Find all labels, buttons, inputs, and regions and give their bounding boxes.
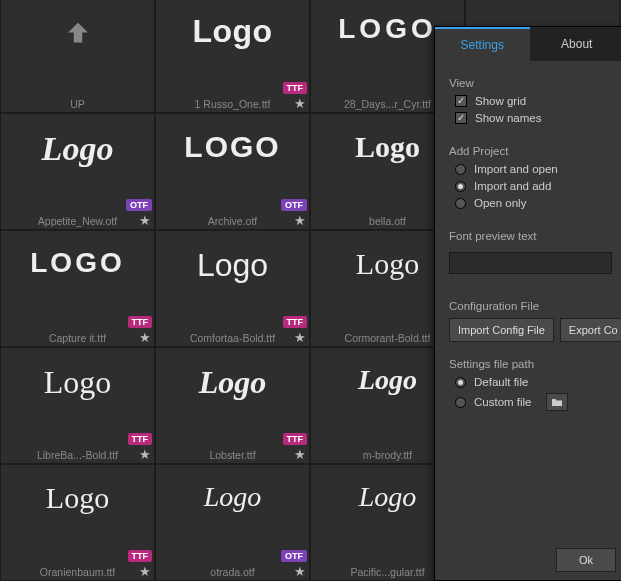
font-preview: LOGO (1, 247, 154, 279)
radio-default-file[interactable]: Default file (455, 376, 612, 388)
font-preview: Logo (156, 247, 309, 284)
tab-about[interactable]: About (530, 27, 622, 61)
ext-badge: TTF (283, 82, 308, 94)
font-preview: Logo (1, 130, 154, 168)
ext-badge: TTF (283, 316, 308, 328)
radio-label: Open only (474, 197, 526, 209)
star-icon[interactable]: ★ (139, 330, 151, 345)
browse-button[interactable] (546, 393, 568, 411)
star-icon[interactable]: ★ (294, 96, 306, 111)
filename-label: 28_Days...r_Cyr.ttf (344, 98, 431, 110)
filename-label: Lobster.ttf (209, 449, 255, 461)
settings-panel: Settings About View ✓ Show grid ✓ Show n… (434, 26, 621, 581)
config-file-label: Configuration File (449, 300, 612, 312)
radio-icon (455, 397, 466, 408)
filename-label: Capture it.ttf (49, 332, 106, 344)
font-preview: Logo (156, 481, 309, 513)
filename-label: Appetite_New.otf (38, 215, 117, 227)
font-cell[interactable]: LogoTTFLibreBa...-Bold.ttf★ (0, 347, 155, 464)
check-icon: ✓ (455, 95, 467, 107)
radio-label: Custom file (474, 396, 532, 408)
radio-label: Default file (474, 376, 528, 388)
radio-label: Import and open (474, 163, 558, 175)
ok-button[interactable]: Ok (556, 548, 616, 572)
settings-path-label: Settings file path (449, 358, 612, 370)
cell-label: UP (70, 98, 85, 110)
ext-badge: TTF (128, 316, 153, 328)
radio-custom-file[interactable]: Custom file (455, 393, 612, 411)
ext-badge: TTF (283, 433, 308, 445)
font-cell[interactable]: LOGOTTFCapture it.ttf★ (0, 230, 155, 347)
filename-label: m-brody.ttf (363, 449, 412, 461)
checkbox-label: Show names (475, 112, 541, 124)
up-cell[interactable]: UP (0, 0, 155, 113)
filename-label: otrada.otf (210, 566, 254, 578)
font-cell[interactable]: LogoOTFotrada.otf★ (155, 464, 310, 581)
ext-badge: TTF (128, 550, 153, 562)
up-arrow-icon (1, 17, 154, 55)
font-cell[interactable]: LOGOOTFArchive.otf★ (155, 113, 310, 230)
star-icon[interactable]: ★ (294, 330, 306, 345)
filename-label: 1 Russo_One.ttf (195, 98, 271, 110)
panel-body: View ✓ Show grid ✓ Show names Add Projec… (435, 61, 621, 426)
font-cell[interactable]: LogoTTF1 Russo_One.ttf★ (155, 0, 310, 113)
star-icon[interactable]: ★ (139, 213, 151, 228)
checkbox-label: Show grid (475, 95, 526, 107)
ext-badge: TTF (128, 433, 153, 445)
star-icon[interactable]: ★ (139, 564, 151, 579)
font-preview: Logo (156, 364, 309, 401)
filename-label: LibreBa...-Bold.ttf (37, 449, 118, 461)
star-icon[interactable]: ★ (294, 447, 306, 462)
filename-label: Comfortaa-Bold.ttf (190, 332, 275, 344)
checkbox-show-names[interactable]: ✓ Show names (455, 112, 612, 124)
star-icon[interactable]: ★ (294, 564, 306, 579)
ext-badge: OTF (281, 199, 307, 211)
panel-tabs: Settings About (435, 27, 621, 61)
filename-label: Cormorant-Bold.ttf (345, 332, 431, 344)
filename-label: bella.otf (369, 215, 406, 227)
font-cell[interactable]: LogoTTFComfortaa-Bold.ttf★ (155, 230, 310, 347)
filename-label: Oranienbaum.ttf (40, 566, 115, 578)
tab-settings[interactable]: Settings (435, 27, 530, 61)
radio-icon (455, 181, 466, 192)
add-project-label: Add Project (449, 145, 612, 157)
font-preview: Logo (156, 13, 309, 50)
font-preview-label: Font preview text (449, 230, 612, 242)
font-cell[interactable]: LogoOTFAppetite_New.otf★ (0, 113, 155, 230)
export-config-button[interactable]: Export Co (560, 318, 621, 342)
radio-import-and-add[interactable]: Import and add (455, 180, 612, 192)
radio-icon (455, 164, 466, 175)
star-icon[interactable]: ★ (294, 213, 306, 228)
font-preview: Logo (1, 364, 154, 401)
radio-icon (455, 377, 466, 388)
filename-label: Archive.otf (208, 215, 258, 227)
font-preview: Logo (1, 481, 154, 515)
font-preview-input[interactable] (449, 252, 612, 274)
radio-import-and-open[interactable]: Import and open (455, 163, 612, 175)
ext-badge: OTF (281, 550, 307, 562)
import-config-button[interactable]: Import Config File (449, 318, 554, 342)
view-label: View (449, 77, 612, 89)
star-icon[interactable]: ★ (139, 447, 151, 462)
ext-badge: OTF (126, 199, 152, 211)
filename-label: Pacific...gular.ttf (350, 566, 424, 578)
checkbox-show-grid[interactable]: ✓ Show grid (455, 95, 612, 107)
check-icon: ✓ (455, 112, 467, 124)
radio-icon (455, 198, 466, 209)
radio-open-only[interactable]: Open only (455, 197, 612, 209)
font-cell[interactable]: LogoTTFOranienbaum.ttf★ (0, 464, 155, 581)
radio-label: Import and add (474, 180, 551, 192)
font-preview: LOGO (156, 130, 309, 164)
font-cell[interactable]: LogoTTFLobster.ttf★ (155, 347, 310, 464)
